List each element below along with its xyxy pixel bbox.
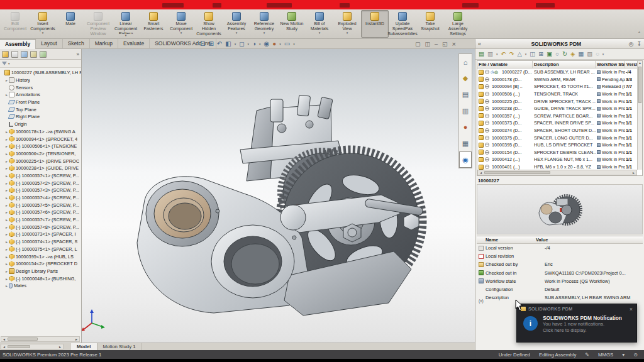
expand-arrow[interactable]: ▸ [4,188,9,192]
feature-tree-item[interactable]: ▸ 10000506<2> (TENSIONER, [0,150,81,158]
toolbar-button[interactable]: Linear Component Pattern ▾ [112,10,140,38]
search-icon[interactable]: ○ [555,51,559,57]
feature-tree-item[interactable]: ▸ (-) 10000357<7> (SCREW, P... [0,216,81,224]
expand-arrow[interactable]: ▸ [4,78,9,82]
pdm-file-row[interactable]: 10000357 (...) SCREW, PARTICLE BOAR... W… [477,112,642,120]
commandmanager-tab[interactable]: Assembly [0,39,36,49]
expand-arrow[interactable]: ▸ [4,225,9,229]
feature-tree-item[interactable]: ▸ (-) 10000357<5> (SCREW, P... [0,201,81,209]
feature-tree-item[interactable]: ▸ (-) 10000506<1> (TENSIONE [0,143,81,150]
pdm-file-row[interactable]: 10000506 (...) TENSIONER, TRACK Work in … [477,90,642,98]
new-window-button[interactable]: ▢ [415,41,421,47]
tree-horizontal-scrollbar[interactable]: ◂ ▸ [1,336,80,342]
scroll-track[interactable] [7,337,74,341]
scroll-thumb[interactable] [8,337,38,341]
feature-tree-item[interactable]: ▸ (-) 10000373<1> (SPACER, I [0,231,81,238]
feature-tree-item[interactable]: ▸ (-) 10000357<4> (SCREW, P... [0,194,81,202]
toolbar-button[interactable]: Mate [57,10,84,38]
pdm-file-row[interactable]: 10000238 (D... GUIDE, DRIVE TRACK SPR...… [477,105,642,112]
feature-tree-item[interactable]: ▸ (-) 10000357<1> (SCREW, P... [0,172,81,180]
panel-tabs-overflow-chevron[interactable]: » [77,52,79,57]
toolbar-button[interactable]: Component Preview Window [84,10,112,38]
dimxpertmanager-tab[interactable] [30,51,37,58]
get-version-icon[interactable]: ▦ [578,51,584,57]
design-library-icon[interactable]: ▤ [459,87,472,103]
split-window-button[interactable]: ◫ [425,41,431,47]
feature-tree-item[interactable]: Right Plane [0,113,81,121]
file-explorer-icon[interactable]: ▥ [459,103,472,119]
check-in-icon[interactable]: ▤ [479,51,484,57]
displaymanager-tab[interactable] [40,51,47,58]
preview-icon[interactable]: ▧ [587,51,592,57]
feature-tree-item[interactable]: ▸ Mates [0,282,81,290]
expand-arrow[interactable]: ▸ [4,255,9,259]
toolbar-button[interactable]: Show Hidden Components [195,10,223,38]
scroll-thumb[interactable] [8,345,30,348]
toolbar-button[interactable]: Bill of Materials ▾ [306,10,333,38]
toolbar-button[interactable]: Update SpeedPak Subassemblies [389,10,416,38]
expand-arrow[interactable]: ▸ [4,159,9,163]
feature-tree-item[interactable]: ▸ (-) 10000374<1> (SPACER, S [0,238,81,246]
grid-header[interactable]: File / Variable Description Workflow Sta… [477,61,642,69]
toolbar-button[interactable]: Take Snapshot [416,10,444,38]
minimize-button[interactable]: – [435,41,438,47]
feature-tree-item[interactable]: 10000227 (SUB ASSEMBLY, LH RE [0,69,81,77]
edit-appearance-icon[interactable]: ● [272,41,276,47]
contains-icon[interactable]: ▣ [547,51,552,57]
feature-tree-item[interactable]: ▸ (-) 10000357<3> (SCREW, P... [0,187,81,194]
collapse-panel-button[interactable]: « [478,41,487,47]
pdm-file-row[interactable]: 10000154 (D... SPROCKET DEBRIS CLEAN... … [477,149,642,156]
pin-icon[interactable]: ↧ [636,41,641,47]
pdm-file-row[interactable]: 10000395 (D... HUB, LS DRIVE SPROCKET Wo… [477,141,642,149]
display-style-icon[interactable]: ◑ [252,41,256,47]
collapse-commandmanager-chevron[interactable]: ˆ [638,31,640,37]
hide-show-items-icon[interactable]: ◉ [264,41,270,47]
properties-icon[interactable]: ◈ [570,51,575,57]
restore-button[interactable]: ◱ [442,41,448,47]
feature-tree-item[interactable]: ▸ (-) 10000375<1> (SPACER, L [0,246,81,253]
pdm-notification-toast[interactable]: SOLIDWORKS PDM × i SOLIDWORKS PDM Notifi… [516,304,637,343]
scroll-right-arrow[interactable]: ▸ [57,344,63,349]
expand-arrow[interactable]: ▸ [4,137,9,141]
configurationmanager-tab[interactable] [21,51,28,58]
pdm-file-row[interactable]: 10000178 (D... SWING ARM, REAR Pending A… [477,76,642,84]
tree-filter[interactable]: ▾ [0,60,81,68]
close-icon[interactable]: × [630,306,633,312]
commandmanager-tab[interactable]: Sketch [63,39,90,49]
view-orientation-icon[interactable]: ◻ [239,41,244,47]
feature-tree-item[interactable]: ▸ Design Library Parts [0,268,81,275]
feature-tree-item[interactable]: ▸ 10000238<1> (GUIDE, DRIVE [0,165,81,172]
propertymanager-tab[interactable] [11,51,18,58]
expand-arrow[interactable]: ▸ [4,232,9,236]
feature-tree-item[interactable]: ▸ History [0,77,81,84]
feature-tree-item[interactable]: ▸ 10000094<1> (SPROCKET, 4 [0,135,81,143]
expand-arrow[interactable]: ▸ [4,92,9,97]
toolbar-button[interactable]: Exploded View ▾ [333,10,361,38]
dropdown-caret[interactable]: ▾ [279,42,281,46]
feature-tree-item[interactable]: ▸ 10000154<2> (SPROCKET D [0,260,81,268]
pdm-file-row[interactable]: 10000375 (D... SPACER, LONG OUTER D... W… [477,134,642,141]
expand-arrow[interactable]: ▸ [4,173,9,178]
toolbar-button[interactable]: Edit Component [1,10,29,38]
toolbar-button[interactable]: Instant3D [361,10,389,38]
expand-arrow[interactable]: ▸ [4,166,9,170]
feature-tree-item[interactable]: ▸ (-) 10000357<6> (SCREW, P... [0,209,81,216]
dropdown-caret[interactable]: ▾ [602,52,604,56]
scroll-track[interactable] [7,344,57,349]
view-settings-icon[interactable]: ▭ [284,41,290,47]
copy-icon[interactable]: ▥ [487,51,493,57]
pdm-file-row[interactable]: 10000227 (D... SUB ASSEMBLY, LH REAR ...… [477,69,642,76]
dropdown-caret[interactable]: ▾ [496,52,498,56]
status-gear-icon[interactable]: ⊙ [633,352,638,358]
dropdown-caret[interactable]: ▾ [259,42,261,46]
toolbar-button[interactable]: Move Component ▾ [167,10,195,38]
previous-view-icon[interactable]: ↶ [217,41,222,47]
refresh-icon[interactable]: ↻ [562,51,567,57]
scroll-up-arrow[interactable]: ▲ [638,61,641,65]
solidworks-resources-icon[interactable]: ◆ [459,70,472,87]
dropdown-caret[interactable]: ▾ [235,42,236,46]
units-caret[interactable]: ▾ [622,352,625,358]
undo-check-out-icon[interactable]: ↶ [501,51,506,57]
toolbar-button[interactable]: New Motion Study [278,10,306,38]
toolbar-button[interactable]: Smart Fasteners [140,10,167,38]
